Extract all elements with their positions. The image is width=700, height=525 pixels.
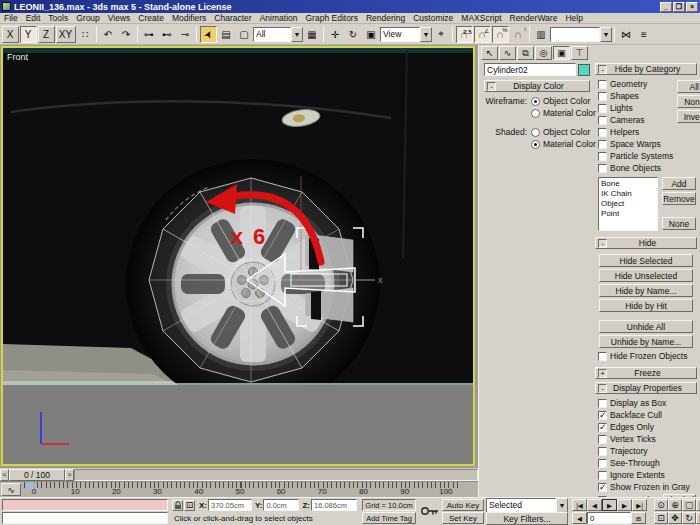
zoom-extents-icon[interactable]: ▢ xyxy=(682,499,696,511)
zoom-icon[interactable]: ⊙ xyxy=(654,499,668,511)
key-filters-button[interactable]: Key Filters... xyxy=(486,512,568,525)
list-item[interactable]: IK Chain Object xyxy=(601,189,655,209)
use-center-icon[interactable]: ⌖ xyxy=(433,26,450,43)
select-by-name-icon[interactable]: ▤ xyxy=(218,26,235,43)
restrict-xy-plane-button[interactable]: XY xyxy=(56,26,76,43)
wireframe-material-color-radio[interactable] xyxy=(531,109,540,118)
none-list-button[interactable]: None xyxy=(662,217,696,230)
add-time-tag-button[interactable]: Add Time Tag xyxy=(362,512,416,524)
object-color-swatch[interactable] xyxy=(578,64,590,76)
set-keys-key-icon[interactable] xyxy=(420,505,440,519)
menu-customize[interactable]: Customize xyxy=(409,13,457,24)
tab-modify-icon[interactable]: ∿ xyxy=(499,46,516,60)
collapse-icon[interactable]: - xyxy=(598,239,607,248)
shaded-object-color-radio[interactable] xyxy=(531,128,540,137)
x-coord-field[interactable]: 370.05cm xyxy=(208,499,252,511)
checkbox-helpers[interactable] xyxy=(598,128,607,137)
maximize-button[interactable]: ❒ xyxy=(673,2,685,12)
snap-toggle-icon[interactable]: ∩2.5 xyxy=(456,26,473,43)
set-key-button[interactable]: Set Key xyxy=(442,512,484,524)
y-coord-field[interactable]: 0.0cm xyxy=(263,499,299,511)
absolute-offset-toggle-icon[interactable]: ⊡ xyxy=(184,500,195,511)
redo-icon[interactable]: ↷ xyxy=(118,26,135,43)
menu-tools[interactable]: Tools xyxy=(44,13,72,24)
remove-button[interactable]: Remove xyxy=(662,192,696,205)
plane-constraint-icon[interactable]: ∷ xyxy=(77,26,94,43)
dropdown-arrow-icon[interactable]: ▼ xyxy=(556,498,568,513)
zoom-all-icon[interactable]: ⊕ xyxy=(668,499,682,511)
close-button[interactable]: × xyxy=(686,2,698,12)
mini-curve-editor-icon[interactable]: ∿ xyxy=(1,483,21,496)
key-selection-dropdown[interactable]: Selected ▼ xyxy=(486,498,568,513)
restrict-x-button[interactable]: X xyxy=(2,26,19,43)
track-bar[interactable]: ∿ 010 2030 4050 6070 8090 100 xyxy=(0,481,478,497)
mirror-icon[interactable]: ⋈ xyxy=(618,26,635,43)
exclude-category-list[interactable]: Bone IK Chain Object Point xyxy=(598,177,658,231)
menu-views[interactable]: Views xyxy=(104,13,135,24)
checkbox-cameras[interactable] xyxy=(598,116,607,125)
tab-utilities-icon[interactable]: ⊤ xyxy=(571,46,588,60)
minimize-button[interactable]: _ xyxy=(660,2,672,12)
named-selection-sets-icon[interactable]: ▥ xyxy=(533,26,550,43)
shaded-material-color-radio[interactable] xyxy=(531,140,540,149)
dropdown-arrow-icon[interactable]: ▼ xyxy=(420,27,432,42)
checkbox-geometry[interactable] xyxy=(598,80,607,89)
play-icon[interactable]: ▶ xyxy=(602,499,617,511)
checkbox-vertex-ticks[interactable] xyxy=(598,435,607,444)
dropdown-arrow-icon[interactable]: ▼ xyxy=(600,27,612,42)
hide-by-hit-button[interactable]: Hide by Hit xyxy=(599,299,693,312)
window-crossing-icon[interactable]: ▦ xyxy=(304,26,321,43)
dropdown-arrow-icon[interactable]: ▼ xyxy=(291,27,303,42)
restrict-y-button[interactable]: Y xyxy=(20,26,37,43)
current-frame-field[interactable]: 0 xyxy=(587,512,631,524)
menu-maxscript[interactable]: MAXScript xyxy=(457,13,505,24)
none-button[interactable]: None xyxy=(677,95,700,108)
previous-frame-arrow[interactable]: < xyxy=(0,469,9,481)
maxscript-listener-input[interactable] xyxy=(2,512,168,524)
selection-region-icon[interactable]: ▢ xyxy=(236,26,253,43)
menu-modifiers[interactable]: Modifiers xyxy=(168,13,210,24)
checkbox-edges-only[interactable] xyxy=(598,423,607,432)
display-properties-header[interactable]: - Display Properties xyxy=(595,382,697,394)
collapse-icon[interactable]: - xyxy=(598,65,607,74)
menu-file[interactable]: File xyxy=(0,13,22,24)
front-viewport[interactable]: x x 6 Front xyxy=(1,46,475,466)
display-color-header[interactable]: - Display Color xyxy=(484,80,590,92)
tab-hierarchy-icon[interactable]: ⧉ xyxy=(517,46,534,60)
restrict-z-button[interactable]: Z xyxy=(38,26,55,43)
auto-key-button[interactable]: Auto Key xyxy=(442,499,484,511)
go-to-end-icon[interactable]: ▶| xyxy=(632,499,647,511)
selection-filter-dropdown[interactable]: All ▼ xyxy=(253,27,303,42)
checkbox-hide-frozen-objects[interactable] xyxy=(598,352,607,361)
named-selection-dropdown[interactable]: ▼ xyxy=(550,27,612,42)
unlink-selection-icon[interactable]: ⊷ xyxy=(159,26,176,43)
previous-frame-icon[interactable]: ◀ xyxy=(587,499,602,511)
menu-graph-editors[interactable]: Graph Editors xyxy=(302,13,362,24)
select-and-rotate-icon[interactable]: ↻ xyxy=(345,26,362,43)
object-name-field[interactable]: Cylinder02 xyxy=(484,63,576,76)
time-slider-handle[interactable]: 0 / 100 xyxy=(9,469,65,481)
maxscript-mini-listener[interactable] xyxy=(2,499,168,511)
freeze-header[interactable]: + Freeze xyxy=(595,367,697,379)
next-frame-arrow[interactable]: > xyxy=(65,469,74,481)
arc-rotate-icon[interactable]: ↻ xyxy=(682,512,696,524)
checkbox-bone-objects[interactable] xyxy=(598,164,607,173)
select-and-scale-icon[interactable]: ▣ xyxy=(363,26,380,43)
hide-selected-button[interactable]: Hide Selected xyxy=(599,254,693,267)
list-item[interactable]: Bone xyxy=(601,179,655,189)
checkbox-display-as-box[interactable] xyxy=(598,399,607,408)
selection-lock-icon[interactable] xyxy=(172,500,183,511)
select-and-move-icon[interactable]: ✛ xyxy=(327,26,344,43)
zoom-extents-all-icon[interactable]: ▣ xyxy=(696,499,700,511)
menu-renderware[interactable]: RenderWare xyxy=(506,13,562,24)
select-object-icon[interactable]: ➤ xyxy=(200,26,217,43)
hide-by-category-header[interactable]: - Hide by Category xyxy=(595,63,697,75)
time-slider-track[interactable] xyxy=(74,469,478,481)
hide-by-name-button[interactable]: Hide by Name... xyxy=(599,284,693,297)
select-and-link-icon[interactable]: ⊶ xyxy=(141,26,158,43)
bind-to-space-warp-icon[interactable]: ⊸ xyxy=(177,26,194,43)
tab-display-icon[interactable]: ▣ xyxy=(553,46,570,60)
checkbox-backface-cull[interactable] xyxy=(598,411,607,420)
min-max-toggle-icon[interactable]: ◱ xyxy=(696,512,700,524)
viewport-scene[interactable]: x x 6 Front xyxy=(3,48,473,464)
